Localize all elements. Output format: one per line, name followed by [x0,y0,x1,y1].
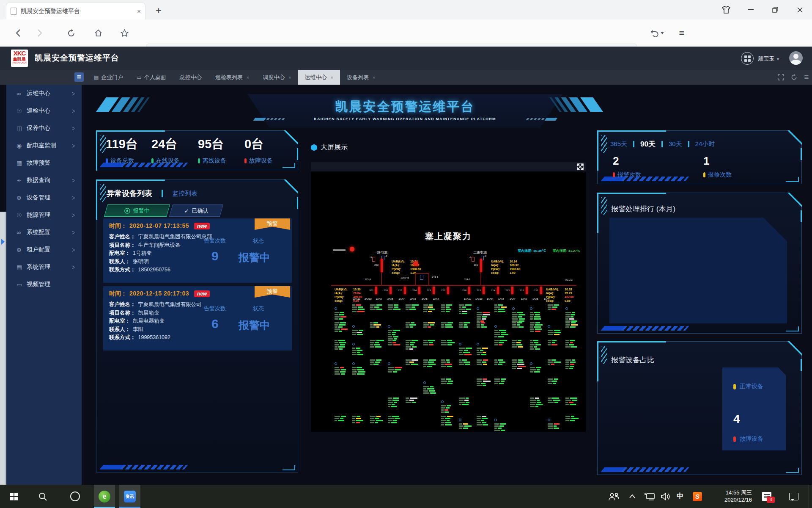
back-icon[interactable] [11,26,25,40]
tab-alarming[interactable]: 报警中 [104,204,170,217]
minimize-button[interactable] [738,0,763,19]
sidebar-item-保养中心[interactable]: ◫保养中心> [6,119,82,137]
reading-block [494,340,510,346]
start-button[interactable] [3,485,25,508]
check-icon: ✓ [184,207,189,214]
feeder-tag: 1AA4 [544,298,549,300]
menu-icon[interactable]: ≡ [675,26,689,40]
feeder-name: 一路电源 [374,250,387,255]
tie-breaker-label: 245-5 [432,276,438,278]
page-tab-设备列表[interactable]: 设备列表× [340,70,382,85]
tab-close-icon[interactable]: × [247,75,249,80]
reading-block [441,359,456,368]
sidebar-item-视频管理[interactable]: ▭视频管理 [6,276,82,293]
cortana-icon[interactable] [64,485,85,508]
refresh-icon[interactable] [64,26,78,40]
alarm-card[interactable]: 预警时间：2020-12-15 20:17:03new客户姓名：宁夏凯晨电气集团… [103,286,292,351]
forward-icon[interactable] [33,26,47,40]
monitor-list-link[interactable]: 监控列表 [172,190,198,198]
reading-block [441,322,456,329]
browser-app-icon[interactable]: e [94,485,115,508]
volume-icon[interactable] [661,485,671,508]
sidebar-item-设备管理[interactable]: ⊕设备管理> [6,189,82,206]
sidebar-item-巡检中心[interactable]: ☉巡检中心> [6,102,82,119]
sidebar-item-label: 运维中心 [27,90,50,97]
taskbar-search-icon[interactable] [32,485,53,508]
sidebar-item-系统管理[interactable]: ▤系统管理> [6,258,82,276]
user-menu[interactable]: 殷宝玉▼ [758,55,780,63]
page-tab-个人桌面[interactable]: ▭个人桌面 [130,70,173,85]
page-tab-总控中心[interactable]: 总控中心 [173,70,208,85]
range-separator [661,141,663,147]
main-bus [331,285,576,286]
undo-closed-tab-icon[interactable] [647,26,667,40]
network-icon[interactable] [645,485,656,508]
page-tab-运维中心[interactable]: 运维中心× [298,70,340,85]
people-icon[interactable] [608,485,619,508]
feeder-tag: 1AA7 [510,298,515,300]
sidebar-item-租户配置[interactable]: ⊕租户配置> [6,241,82,258]
tab-close-icon[interactable]: × [137,8,141,15]
refresh-page-icon[interactable] [791,74,797,80]
range-option-365天[interactable]: 365天 [610,140,627,148]
favorites-star-icon[interactable] [118,26,131,40]
tab-confirmed[interactable]: ✓已确认 [169,204,223,217]
feeder-tag: 1AA6 [521,298,527,300]
close-button[interactable] [787,0,812,19]
expand-icon[interactable] [577,163,584,170]
tab-close-icon[interactable]: × [373,75,375,80]
environment-readings: 室内温度: 36.35℃ 室内湿度: 41.27% [512,248,580,253]
stat-dot [106,158,108,163]
page-tab-企业门户[interactable]: ▦企业门户 [87,70,130,85]
feeder-tag: 2AA5 [422,298,427,300]
show-desktop-strip[interactable] [809,485,812,508]
range-option-30天[interactable]: 30天 [669,140,682,148]
action-center-icon[interactable] [789,485,798,508]
page-tab-调度中心[interactable]: 调度中心× [256,70,298,85]
tab-close-icon[interactable]: × [288,75,291,80]
skin-icon[interactable] [714,0,738,19]
chevron-right-icon: > [72,124,75,133]
alarm-card[interactable]: 预警时间：2020-12-07 17:13:55new客户姓名：宁夏凯晨电气集团… [103,218,292,283]
avatar[interactable] [789,51,803,65]
left-edge-collapse-strip[interactable] [0,212,6,485]
sidebar-item-数据查询[interactable]: ∻数据查询> [6,171,82,189]
sidebar-item-label: 系统配置 [27,229,50,236]
stat-label: 故障设备 [249,157,273,165]
fullscreen-icon[interactable] [778,74,784,80]
restore-button[interactable] [763,0,787,19]
sidebar-item-label: 视频管理 [27,281,50,288]
range-option-90天[interactable]: 90天 [640,139,656,149]
ratio-title: 报警设备占比 [611,355,654,365]
new-tab-button[interactable]: + [151,3,166,18]
home-icon[interactable] [91,26,105,40]
notes-icon[interactable]: 3 [762,485,771,508]
ime-indicator[interactable]: 中 [677,485,683,508]
strip-menu-icon[interactable]: ≡ [804,73,809,82]
data-icon: ∻ [16,177,27,184]
sidebar-collapse-icon[interactable]: ≣ [74,72,84,82]
sidebar-item-能源管理[interactable]: ☉能源管理> [6,206,82,224]
sidebar-item-配电室监测[interactable]: ◉配电室监测> [6,137,82,154]
feeder-joint-label: J24-9 [464,278,470,281]
sidebar-item-系统配置[interactable]: ∞系统配置> [6,224,82,241]
browser-tab[interactable]: 凯晨安全预警运维平台 × [6,3,145,19]
apps-grid-icon[interactable] [741,52,754,65]
banner-stripes-left [101,97,145,112]
reading-block [477,304,492,323]
page-tab-巡检表列表[interactable]: 巡检表列表× [208,70,256,85]
taskbar-clock[interactable]: 14:55 周三2020/12/16 [714,485,752,508]
sidebar-item-故障预警[interactable]: ▦故障预警 [6,154,82,171]
reading-block [352,340,368,356]
reading-block [548,378,563,385]
chevron-up-icon[interactable] [629,485,635,508]
tab-close-icon[interactable]: × [331,75,333,80]
sogou-icon[interactable]: S [693,485,702,508]
reading-block [459,322,474,329]
sidebar-item-运维中心[interactable]: ∞运维中心> [6,85,82,102]
reading-block [459,304,474,315]
fault-device-count: 4 [733,412,740,426]
reading-block [459,398,474,406]
news-app-icon[interactable]: 资讯 [119,485,140,508]
range-option-24小时[interactable]: 24小时 [695,140,715,148]
